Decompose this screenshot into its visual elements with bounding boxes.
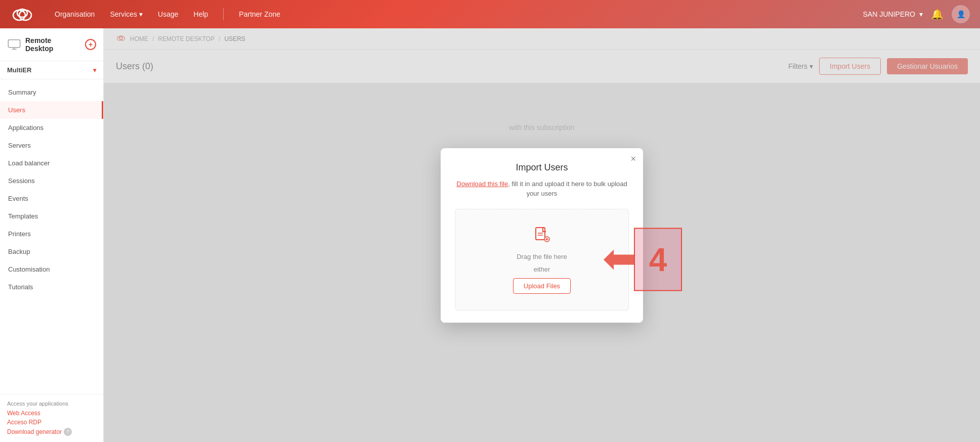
sidebar-item-load-balancer[interactable]: Load balancer: [0, 154, 103, 172]
or-text: either: [534, 266, 550, 273]
sidebar-header: Remote Desktop +: [0, 28, 103, 61]
svg-rect-3: [8, 40, 20, 48]
nav-services[interactable]: Services ▾: [110, 10, 143, 18]
drag-text: Drag the file here: [517, 253, 567, 260]
nav-partner-zone[interactable]: Partner Zone: [239, 10, 280, 18]
sidebar-item-sessions[interactable]: Sessions: [0, 172, 103, 190]
svg-rect-7: [536, 228, 545, 240]
acceso-rdp-link[interactable]: Acceso RDP: [7, 419, 96, 426]
nav-links: Organisation Services ▾ Usage Help Partn…: [55, 8, 863, 20]
remote-desktop-icon: [7, 37, 21, 52]
help-icon: ?: [64, 428, 72, 436]
modal-close-button[interactable]: ×: [630, 154, 636, 163]
sidebar-item-events[interactable]: Events: [0, 190, 103, 207]
modal-overlay[interactable]: × Import Users Download this file, fill …: [104, 28, 980, 442]
web-access-link[interactable]: Web Access: [7, 410, 96, 417]
annotation: 4: [604, 228, 682, 291]
nav-usage[interactable]: Usage: [158, 10, 178, 18]
main-layout: Remote Desktop + MultiER ▾ Summary Users…: [0, 28, 980, 442]
annotation-box: 4: [634, 228, 682, 291]
modal-title: Import Users: [455, 162, 629, 173]
annotation-number: 4: [649, 241, 667, 278]
notification-bell[interactable]: 🔔: [931, 8, 944, 20]
sidebar-tenant[interactable]: MultiER ▾: [0, 61, 103, 79]
sidebar-item-users[interactable]: Users: [0, 101, 103, 119]
logo[interactable]: [10, 6, 34, 22]
sidebar-add-button[interactable]: +: [85, 39, 96, 50]
nav-right: SAN JUNIPERO ▾ 🔔 👤: [863, 5, 970, 23]
svg-marker-13: [604, 249, 634, 270]
top-navigation: Organisation Services ▾ Usage Help Partn…: [0, 0, 980, 28]
upload-file-icon: [533, 226, 551, 248]
user-avatar[interactable]: 👤: [952, 5, 970, 23]
sidebar-item-templates[interactable]: Templates: [0, 207, 103, 225]
sidebar-section-title: Remote Desktop: [25, 36, 81, 53]
download-template-link[interactable]: Download this file: [456, 180, 508, 188]
import-users-modal: × Import Users Download this file, fill …: [441, 148, 643, 323]
sidebar-footer-title: Access your applications: [7, 401, 96, 407]
modal-description: Download this file, fill it in and uploa…: [455, 179, 629, 199]
main-content: HOME / REMOTE DESKTOP / USERS Users (0) …: [104, 28, 980, 442]
tenant-selector[interactable]: SAN JUNIPERO ▾: [863, 10, 923, 18]
annotation-arrow-icon: [604, 247, 634, 272]
sidebar-item-customisation[interactable]: Customisation: [0, 260, 103, 278]
download-generator-link[interactable]: Download generator ?: [7, 428, 96, 436]
sidebar-item-printers[interactable]: Printers: [0, 225, 103, 243]
nav-organisation[interactable]: Organisation: [55, 10, 95, 18]
sidebar-item-tutorials[interactable]: Tutorials: [0, 278, 103, 296]
sidebar-item-servers[interactable]: Servers: [0, 137, 103, 154]
tenant-chevron-icon: ▾: [93, 67, 96, 74]
upload-area-wrapper: Drag the file here either Upload Files 4: [455, 209, 629, 311]
sidebar: Remote Desktop + MultiER ▾ Summary Users…: [0, 28, 104, 442]
upload-files-button[interactable]: Upload Files: [513, 278, 571, 294]
nav-help[interactable]: Help: [194, 10, 208, 18]
sidebar-nav: Summary Users Applications Servers Load …: [0, 79, 103, 394]
upload-dropzone[interactable]: Drag the file here either Upload Files: [455, 209, 629, 311]
nav-divider: [223, 8, 224, 20]
sidebar-item-summary[interactable]: Summary: [0, 83, 103, 101]
sidebar-item-backup[interactable]: Backup: [0, 243, 103, 260]
sidebar-footer: Access your applications Web Access Acce…: [0, 394, 103, 442]
sidebar-item-applications[interactable]: Applications: [0, 119, 103, 137]
